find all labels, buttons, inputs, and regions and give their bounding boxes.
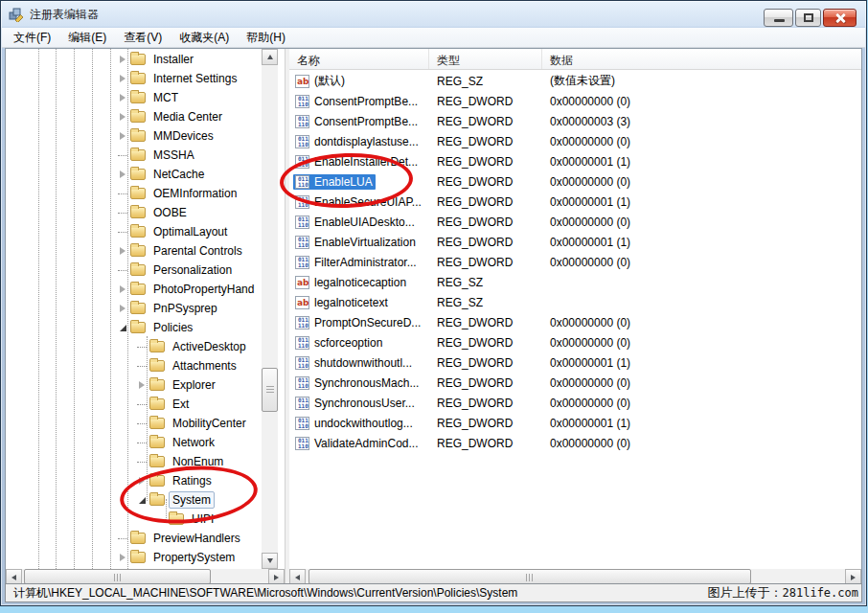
reg-dword-icon <box>295 236 310 249</box>
registry-app-icon <box>9 7 24 22</box>
folder-icon <box>149 341 165 352</box>
tree-vertical-scrollbar[interactable] <box>262 49 278 569</box>
minimize-icon <box>774 19 785 22</box>
tree-item-personalization[interactable]: Personalization <box>6 261 263 280</box>
registry-value-row[interactable]: legalnoticetextREG_SZ <box>289 292 861 312</box>
values-list-panel: 名称类型数据 (默认)REG_SZ(数值未设置)ConsentPromptBe.… <box>289 49 861 569</box>
tree-item-oeminformation[interactable]: OEMInformation <box>6 184 263 203</box>
expander-collapsed-icon[interactable] <box>117 247 128 255</box>
registry-value-row[interactable]: EnableUIADeskto...REG_DWORD0x00000000 (0… <box>289 212 861 232</box>
expander-collapsed-icon[interactable] <box>117 113 128 121</box>
tree-hscroll-thumb[interactable] <box>24 569 211 584</box>
expander-collapsed-icon[interactable] <box>136 381 148 389</box>
dotted-connector <box>137 443 147 443</box>
registry-value-row[interactable]: dontdisplaylastuse...REG_DWORD0x00000000… <box>289 131 861 151</box>
tree-item-policies[interactable]: Policies <box>6 318 263 337</box>
scroll-down-button[interactable] <box>262 553 278 569</box>
tree-item-previewhandlers[interactable]: PreviewHandlers <box>6 529 263 548</box>
value-data-cell: 0x00000001 (1) <box>542 195 861 209</box>
menu-item-edit[interactable]: 编辑(E) <box>59 28 115 48</box>
registry-value-row[interactable]: EnableVirtualizationREG_DWORD0x00000001 … <box>289 232 861 252</box>
value-name-wrap: EnableVirtualization <box>293 235 419 250</box>
tree-item-mssha[interactable]: MSSHA <box>6 146 263 165</box>
registry-value-row[interactable]: shutdownwithoutl...REG_DWORD0x00000001 (… <box>289 352 861 373</box>
registry-value-row[interactable]: legalnoticecaptionREG_SZ <box>289 272 861 292</box>
expander-collapsed-icon[interactable] <box>117 305 128 312</box>
registry-value-row[interactable]: PromptOnSecureD...REG_DWORD0x00000000 (0… <box>289 312 861 332</box>
menu-item-favorites[interactable]: 收藏夹(A) <box>171 28 238 48</box>
expander-collapsed-icon[interactable] <box>117 94 128 102</box>
registry-value-row[interactable]: ConsentPromptBe...REG_DWORD0x00000000 (0… <box>289 91 861 111</box>
value-icon-art <box>295 356 309 370</box>
value-name-label: dontdisplaylastuse... <box>310 135 419 148</box>
expander-collapsed-icon[interactable] <box>117 285 128 293</box>
registry-value-row[interactable]: ValidateAdminCod...REG_DWORD0x00000000 (… <box>289 433 861 453</box>
tree-vscroll-thumb[interactable] <box>262 368 278 412</box>
dotted-connector <box>137 347 147 348</box>
value-name-label: ConsentPromptBe... <box>310 115 418 128</box>
tree-item-label: MMDevices <box>149 127 217 145</box>
value-name-label: FilterAdministrator... <box>310 256 417 269</box>
reg-dword-icon <box>295 356 310 370</box>
expander-collapsed-icon[interactable] <box>117 75 128 82</box>
leaf-connector <box>117 193 128 194</box>
tree-item-propertysystem[interactable]: PropertySystem <box>6 548 263 567</box>
list-hscroll-thumb[interactable] <box>308 569 751 584</box>
tree-item-internet-settings[interactable]: Internet Settings <box>6 69 263 88</box>
reg-dword-icon <box>295 376 310 390</box>
reg-sz-icon <box>295 296 310 309</box>
tree-item-label: Personalization <box>149 261 236 279</box>
menu-item-help[interactable]: 帮助(H) <box>238 28 294 48</box>
tree-item-network[interactable]: Network <box>6 433 263 452</box>
close-button[interactable] <box>823 9 857 27</box>
expander-collapsed-icon[interactable] <box>117 170 128 178</box>
tree-item-mobilitycenter[interactable]: MobilityCenter <box>6 414 263 433</box>
registry-value-row[interactable]: FilterAdministrator...REG_DWORD0x0000000… <box>289 252 861 272</box>
tree-item-activedesktop[interactable]: ActiveDesktop <box>6 337 263 356</box>
column-header-data[interactable]: 数据 <box>542 49 861 69</box>
tree-item-oobe[interactable]: OOBE <box>6 203 263 222</box>
registry-value-row[interactable]: scforceoptionREG_DWORD0x00000000 (0) <box>289 332 861 352</box>
tree-item-mmdevices[interactable]: MMDevices <box>6 126 263 146</box>
dotted-connector <box>137 404 147 405</box>
registry-value-row[interactable]: (默认)REG_SZ(数值未设置) <box>289 71 861 91</box>
value-name-cell: legalnoticetext <box>289 295 429 310</box>
tree-item-explorer[interactable]: Explorer <box>6 375 263 395</box>
title-bar[interactable]: 注册表编辑器 <box>1 1 866 28</box>
maximize-button[interactable] <box>795 9 821 27</box>
expander-collapsed-icon[interactable] <box>117 132 128 140</box>
tree-item-optimallayout[interactable]: OptimalLayout <box>6 222 263 241</box>
registry-value-row[interactable]: SynchronousMach...REG_DWORD0x00000000 (0… <box>289 373 861 393</box>
scroll-up-button[interactable] <box>262 49 278 65</box>
folder-icon <box>130 92 146 103</box>
registry-value-row[interactable]: undockwithoutlog...REG_DWORD0x00000001 (… <box>289 413 861 433</box>
tree-item-installer[interactable]: Installer <box>6 50 263 69</box>
minimize-button[interactable] <box>764 9 793 27</box>
expander-collapsed-icon[interactable] <box>117 56 128 63</box>
reg-sz-icon <box>295 276 310 289</box>
value-name-cell: ConsentPromptBe... <box>289 114 429 129</box>
value-name-label: undockwithoutlog... <box>310 417 413 430</box>
arrow-right-icon <box>851 575 856 580</box>
tree-item-pnpsysprep[interactable]: PnPSysprep <box>6 299 263 318</box>
registry-value-row[interactable]: SynchronousUser...REG_DWORD0x00000000 (0… <box>289 393 861 413</box>
tree-item-media-center[interactable]: Media Center <box>6 107 263 126</box>
tree-item-mct[interactable]: MCT <box>6 88 263 107</box>
value-data-cell: 0x00000001 (1) <box>542 236 861 249</box>
value-type-cell: REG_DWORD <box>429 417 542 430</box>
column-header-name[interactable]: 名称 <box>289 49 429 69</box>
tree-item-ext[interactable]: Ext <box>6 395 263 414</box>
expander-collapsed-icon[interactable] <box>117 554 128 561</box>
column-header-type[interactable]: 类型 <box>429 49 542 69</box>
menu-item-view[interactable]: 查看(V) <box>115 28 171 48</box>
tree-item-attachments[interactable]: Attachments <box>6 356 263 375</box>
tree-item-netcache[interactable]: NetCache <box>6 165 263 184</box>
registry-value-row[interactable]: ConsentPromptBe...REG_DWORD0x00000003 (3… <box>289 111 861 131</box>
menu-item-file[interactable]: 文件(F) <box>5 28 59 48</box>
reg-sz-icon <box>295 75 310 88</box>
tree-item-parental-controls[interactable]: Parental Controls <box>6 241 263 261</box>
expander-expanded-icon[interactable] <box>117 325 128 331</box>
tree-item-photopropertyhand[interactable]: PhotoPropertyHand <box>6 280 263 299</box>
value-name-label: shutdownwithoutl... <box>310 356 412 370</box>
triangle-collapsed-icon <box>120 170 126 178</box>
